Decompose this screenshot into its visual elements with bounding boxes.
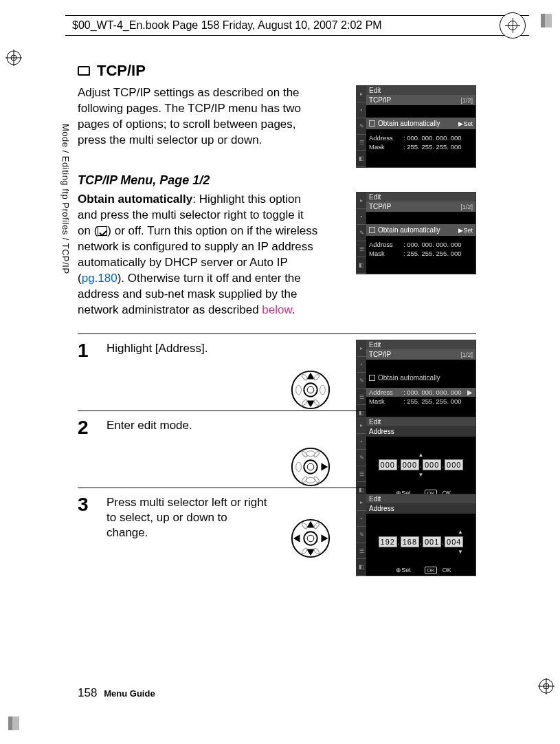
multi-selector-icon [289,369,332,411]
svg-marker-37 [306,521,315,528]
section-bullet-icon [78,66,90,76]
obtain-label: Obtain automatically [78,193,192,206]
page-link[interactable]: pg.180 [82,272,117,285]
shot-set: ▶Set [458,120,473,127]
svg-point-18 [320,385,326,395]
svg-rect-5 [545,14,552,28]
shot-edit: Edit [366,86,475,95]
svg-point-24 [304,460,317,473]
svg-point-25 [307,463,314,470]
svg-point-22 [313,399,320,406]
step-number: 3 [78,495,98,555]
crop-mark-icon [5,50,22,66]
svg-point-14 [307,386,314,393]
shot-addr-v: : 000. 000. 000. 000 [403,134,462,142]
obtain-paragraph: Obtain automatically: Highlight this opt… [78,192,318,318]
camera-screenshot: ▸•✎☰◧ Edit Address ▲ 000.000.000.000 ▼ ⊕… [356,417,476,499]
camera-screenshot: ▸•✎☰◧ Edit TCP/IP[1/2] Obtain automatica… [356,192,476,274]
svg-marker-40 [322,534,328,543]
svg-point-35 [304,532,317,545]
step-text: Highlight [Address]. [107,341,271,401]
footer-label: Menu Guide [104,688,155,699]
shot-tcpip: TCP/IP [369,96,391,104]
crop-mark-icon [538,12,555,29]
camera-screenshot: ▸•✎☰◧ Edit TCP/IP[1/2] Obtain automatica… [356,85,476,168]
shot-mask-v: : 255. 255. 255. 000 [403,143,462,151]
title-text: TCP/IP [97,62,146,80]
below-link[interactable]: below [262,303,291,316]
shot-mask-k: Mask [369,143,398,151]
step-number: 2 [78,418,98,478]
page-number: 158 [78,686,97,699]
register-mark-icon [500,12,526,39]
step-row: 2 Enter edit mode. ▸•✎☰◧ Edit Address ▲ … [78,411,476,488]
svg-point-13 [304,383,317,396]
shot-addr-k: Address [369,134,398,142]
svg-marker-39 [293,534,300,543]
crop-mark-icon [538,678,555,694]
step-text: Press multi selector left or right to se… [107,495,271,555]
step-row: 1 Highlight [Address]. ▸•✎☰◧ Edit TCP/IP… [78,333,476,411]
multi-selector-icon [289,517,332,560]
svg-marker-15 [306,373,315,380]
print-header: $00_WT-4_En.book Page 158 Friday, August… [65,15,529,36]
svg-point-19 [301,373,308,381]
camera-screenshot: ▸•✎☰◧ Edit TCP/IP[1/2] Obtain automatica… [356,340,476,422]
camera-screenshot: ▸•✎☰◧ Edit Address ▲ 192.168.001.004 ▼ ⊕… [356,494,476,576]
arrow-right-icon: ▶ [467,389,473,396]
multi-selector-icon [289,446,332,488]
intro-paragraph: Adjust TCP/IP settings as described on t… [78,85,318,149]
svg-point-42 [313,522,320,529]
svg-point-36 [307,535,314,542]
checkbox-icon [369,227,375,233]
svg-point-41 [301,522,308,529]
shot-page: [1/2] [460,97,473,104]
shot-obtain: Obtain automatically [378,120,440,127]
svg-point-27 [296,462,302,472]
step-text: Enter edit mode. [107,418,271,478]
svg-point-21 [301,399,308,406]
checkbox-checked-icon [98,226,107,236]
print-header-text: $00_WT-4_En.book Page 158 Friday, August… [72,19,382,32]
svg-point-44 [313,547,320,555]
checkbox-icon [369,375,375,381]
svg-point-17 [296,385,302,395]
svg-rect-7 [12,716,19,730]
side-breadcrumb: Mode / Editing ftp Profiles / TCP/IP [60,124,71,274]
svg-marker-38 [306,549,315,556]
crop-mark-icon [5,715,22,732]
svg-point-43 [301,547,308,555]
svg-marker-26 [322,463,328,471]
section-title: TCP/IP [78,62,476,80]
page-footer: 158 Menu Guide [78,686,155,700]
subheading: TCP/IP Menu, Page 1/2 [78,173,476,188]
step-row: 3 Press multi selector left or right to … [78,488,476,565]
svg-point-20 [313,373,320,381]
checkbox-icon [369,120,375,127]
step-number: 1 [78,341,98,401]
svg-marker-16 [306,401,315,408]
